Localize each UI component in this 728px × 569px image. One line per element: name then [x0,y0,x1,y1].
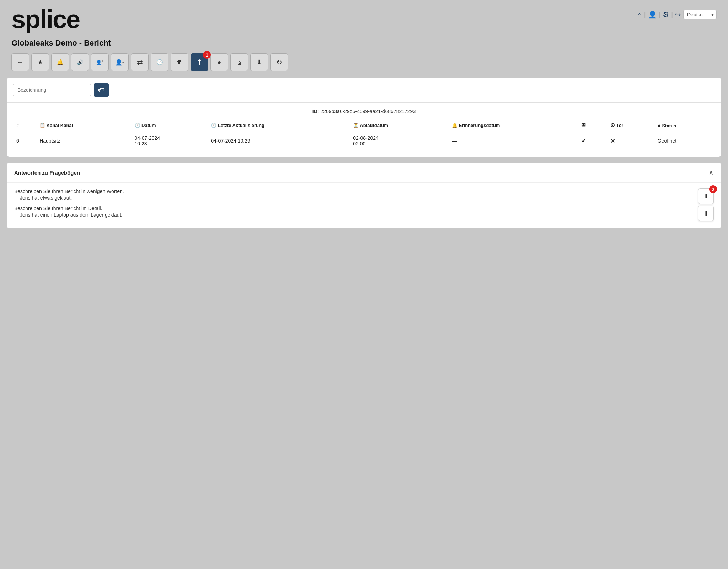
reports-table: # 📋 Kanal Kanal 🕐 Datum 🕐 Letzte Aktuali… [13,120,715,151]
col-number: # [13,120,36,131]
transfer-icon: ⇄ [137,58,143,67]
refresh-button[interactable]: ↻ [270,53,288,71]
search-row: 🏷 [7,78,721,102]
cell-kanal: Hauptsitz [36,131,131,151]
report-icon: 📋 [39,123,45,128]
collapse-icon: ∧ [708,168,714,177]
email-icon: ✉ [581,122,586,128]
logout-icon[interactable]: ↪ [675,10,681,19]
upload-button[interactable]: 1 ⬆ [191,53,208,71]
star-button[interactable]: ★ [31,53,49,71]
qa-question-1: Beschreiben Sie Ihren Bericht in wenigen… [14,188,692,194]
upload-answer-2-button[interactable]: ⬆ [698,206,714,221]
tag-icon: 🏷 [98,86,105,94]
col-tor: ⊙ Tor [607,120,654,131]
status-circle-icon: ● [658,122,661,128]
upload-float-2: ⬆ [698,206,714,221]
add-user-button[interactable]: 👤+ [91,53,109,71]
table-header-row: # 📋 Kanal Kanal 🕐 Datum 🕐 Letzte Aktuali… [13,120,715,131]
col-letzte: 🕐 Letzte Aktualisierung [207,120,349,131]
upload-answer-1-button[interactable]: 2 ⬆ [698,188,714,204]
qa-item-2: Beschreiben Sie Ihren Bericht im Detail.… [14,206,714,218]
volume-button[interactable]: 🔊 [71,53,89,71]
print-button[interactable]: 🖨 [230,53,248,71]
upload-icon: ⬆ [197,58,203,67]
print-icon: 🖨 [237,59,242,65]
upload-float-1: 2 ⬆ [698,188,714,204]
clock-col-icon: 🕐 [135,123,140,128]
bell-col-icon: 🔔 [452,123,457,128]
user-icon[interactable]: 👤 [648,10,657,19]
cell-datum: 04-07-202410:23 [131,131,208,151]
person-button[interactable]: 👤– [111,53,129,71]
language-selector-wrapper: Deutsch English Français [683,10,717,19]
clock-col2-icon: 🕐 [211,123,216,128]
main-content: 🏷 ID: 2209b3a6-29d5-4599-aa21-d686782172… [7,78,721,157]
questionnaire-body: Beschreiben Sie Ihren Bericht in wenigen… [7,183,721,228]
clock-icon: 🕐 [156,59,163,65]
refresh-icon: ↻ [276,58,282,67]
language-select[interactable]: Deutsch English Français [683,10,717,19]
toolbar: ← ★ 🔔 🔊 👤+ 👤– ⇄ 🕐 🗑 1 ⬆ ● 🖨 ⬇ ↻ [0,53,728,78]
add-user-icon: 👤+ [96,59,104,65]
col-erinnerung: 🔔 Erinnerungsdatum [448,120,578,131]
settings-icon[interactable]: ⚙ [663,10,669,19]
qa-question-2: Beschreiben Sie Ihren Bericht im Detail. [14,206,692,211]
table-row: 6 Hauptsitz 04-07-202410:23 04-07-2024 1… [13,131,715,151]
header: splice ⌂ | 👤 | ⚙ | ↪ Deutsch English Fra… [0,0,728,36]
search-input[interactable] [13,84,91,96]
person-icon: 👤– [115,59,124,66]
questionnaire-title: Antworten zu Fragebögen [14,170,80,176]
volume-icon: 🔊 [77,59,83,65]
home-icon[interactable]: ⌂ [638,11,642,19]
circle-button[interactable]: ● [210,53,228,71]
download-icon: ⬇ [257,58,262,66]
header-nav: ⌂ | 👤 | ⚙ | ↪ Deutsch English Français [638,10,717,19]
col-kanal: 📋 Kanal Kanal [36,120,131,131]
circle-icon: ● [218,59,221,66]
tag-button[interactable]: 🏷 [94,83,109,97]
cell-ablauf: 02-08-202402:00 [349,131,448,151]
bell-button[interactable]: 🔔 [51,53,69,71]
trash-button[interactable]: 🗑 [171,53,188,71]
upload-answer-2-icon: ⬆ [703,209,709,217]
questionnaire-section: Antworten zu Fragebögen ∧ Beschreiben Si… [7,163,721,228]
cell-erinnerung: — [448,131,578,151]
logo: splice [11,6,80,32]
download-button[interactable]: ⬇ [250,53,268,71]
cell-status: Geöffnet [654,131,715,151]
cell-letzte: 04-07-2024 10:29 [207,131,349,151]
questionnaire-header[interactable]: Antworten zu Fragebögen ∧ [7,163,721,183]
back-button[interactable]: ← [11,53,29,71]
back-icon: ← [17,59,23,66]
bell-icon: 🔔 [57,59,64,65]
col-datum: 🕐 Datum [131,120,208,131]
upload-answer-1-icon: ⬆ [703,192,709,200]
record-id-label: ID: [312,108,319,114]
cell-email: ✓ [578,131,607,151]
tor-network-icon: ⊙ [610,122,615,128]
hourglass-icon: ⏳ [353,123,359,128]
qa-answer-1: Jens hat etwas geklaut. [14,195,692,201]
col-status: ● Status [654,120,715,131]
cell-tor: ✕ [607,131,654,151]
hash-icon: # [16,123,19,128]
record-id-value: 2209b3a6-29d5-4599-aa21-d68678217293 [320,108,416,114]
page-title: Globaleaks Demo - Bericht [0,36,728,53]
record-id: ID: 2209b3a6-29d5-4599-aa21-d68678217293 [13,108,715,114]
transfer-button[interactable]: ⇄ [131,53,149,71]
upload-answer-1-badge: 2 [709,185,717,193]
col-ablauf: ⏳ Ablaufdatum [349,120,448,131]
qa-answer-2: Jens hat einen Laptop aus dem Lager gekl… [14,212,692,218]
qa-item-1: Beschreiben Sie Ihren Bericht in wenigen… [14,188,714,201]
clock-button[interactable]: 🕐 [151,53,168,71]
cell-number: 6 [13,131,36,151]
trash-icon: 🗑 [177,59,182,65]
star-icon: ★ [37,58,43,66]
table-section: ID: 2209b3a6-29d5-4599-aa21-d68678217293… [7,102,721,157]
upload-badge: 1 [203,51,211,59]
col-email: ✉ [578,120,607,131]
